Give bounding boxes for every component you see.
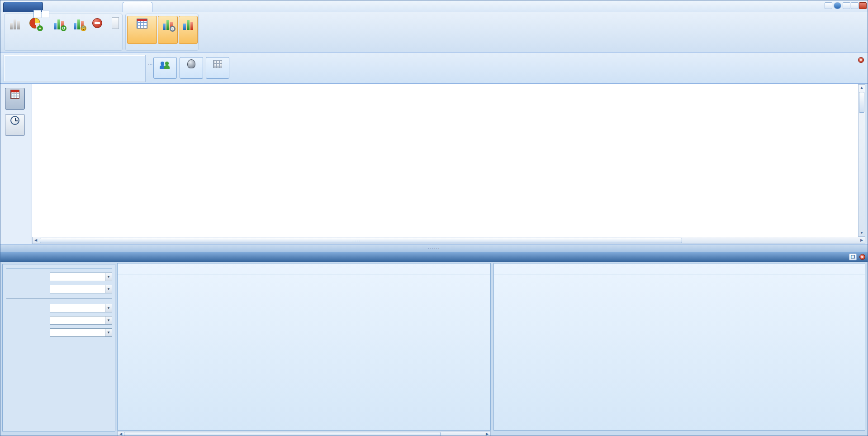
ribbon-tab-row [0,0,868,12]
tab-chart[interactable] [123,2,152,12]
close-view-icon[interactable]: ✕ [858,57,864,63]
scroll-left-icon[interactable]: ◀ [33,237,39,244]
date-button[interactable] [5,88,25,110]
tab-definition[interactable] [45,2,86,12]
station-field: ▼ [6,328,112,337]
clock-icon [10,116,19,125]
data-grid [32,84,858,244]
group-edit-charts: + ↺ 🔒 [4,14,123,51]
station-button[interactable] [180,57,203,79]
scroll-up-icon[interactable]: ▲ [859,85,865,91]
scroll-down-icon[interactable]: ▼ [859,230,865,236]
reset-chart-button[interactable]: ↺ [48,16,70,44]
chevron-down-icon[interactable]: ▼ [105,285,112,293]
time-button[interactable] [5,114,25,136]
line-chart-panel [493,263,865,431]
fix-button[interactable]: 🔒 [71,16,87,44]
chevron-down-icon[interactable]: ▼ [105,329,112,336]
delete-icon [91,17,104,30]
chart-hscroll-thumb[interactable] [124,432,441,436]
hscroll-thumb[interactable]: ∙∙∙∙ [40,238,682,243]
delete-button[interactable] [88,16,108,44]
chart-definition-titlebar: ❐ ✕ [0,252,868,262]
create-chart-icon: + [28,17,42,30]
tab-table[interactable] [88,2,121,12]
table-sidebar [0,84,32,244]
ribbon-toolbar: + ↺ 🔒 [0,12,868,53]
xaxis-dropdown[interactable]: ▼ [50,285,112,293]
scaling-icon [109,17,122,30]
page-button-2[interactable] [42,10,49,18]
show-toolbar-icon [135,17,149,31]
tab-system[interactable] [203,2,236,12]
tab-program-grid[interactable] [154,2,201,12]
new-button [6,16,24,44]
display-panel-icon: ⚙ [161,17,175,31]
vscroll-thumb[interactable] [859,92,864,113]
level-box [4,55,145,81]
settings-panel: ▼ ▼ ▼ ▼ ▼ [2,264,115,431]
minimize-button[interactable] [843,2,850,9]
close-panel-icon[interactable]: ✕ [859,254,865,260]
panel-grip[interactable]: ⋮ [148,62,153,68]
chevron-down-icon[interactable]: ▼ [105,273,112,281]
page-button-1[interactable] [33,10,41,18]
group-display: ⚙ [125,14,199,51]
bar-chart-panel [117,263,491,431]
target-people-icon [159,58,171,70]
bar-chart [118,274,489,430]
level-strip: ⋮ ✕ [0,53,868,84]
settings-title [6,267,112,268]
display-charts-icon [181,17,195,31]
date-field: ▼ [6,303,112,313]
facts-calculator-icon [212,58,223,70]
bar-chart-toolbar [118,264,490,274]
divider [6,298,112,299]
new-chart-icon [8,17,22,30]
scroll-right-icon[interactable]: ▶ [484,431,490,436]
display-charts-button[interactable] [179,16,198,44]
scroll-right-icon[interactable]: ▶ [859,237,865,244]
station-dropdown[interactable]: ▼ [50,328,112,337]
chart-definition-body: ▼ ▼ ▼ ▼ ▼ [0,262,868,436]
grid-hscrollbar[interactable]: ◀ ∙∙∙∙ ▶ [32,237,865,244]
display-panel-button[interactable]: ⚙ [158,16,178,44]
station-dish-icon [185,58,197,70]
scroll-left-icon[interactable]: ◀ [118,431,124,436]
fact-field: ▼ [6,272,112,282]
xaxis-field: ▼ [6,284,112,294]
show-toolbar-button[interactable] [127,16,157,44]
fact-dropdown[interactable]: ▼ [50,273,112,281]
chevron-down-icon[interactable]: ▼ [105,304,112,312]
application-window: + ↺ 🔒 [0,0,868,436]
grid-vscrollbar[interactable]: ▲ ▼ [858,84,865,237]
target-field: ▼ [6,316,112,325]
maximize-button[interactable] [851,2,859,9]
help-icon[interactable] [834,2,841,9]
line-chart [494,274,864,430]
line-chart-toolbar [494,264,865,274]
reset-chart-icon: ↺ [52,17,66,30]
scaling-button [109,16,122,44]
target-button[interactable] [153,57,177,79]
calendar-icon [10,90,19,99]
settings-groupbox: ▼ ▼ ▼ ▼ ▼ [6,267,112,340]
close-button[interactable] [859,2,867,9]
create-chart-button[interactable]: + [24,16,46,44]
fix-lock-icon: 🔒 [72,17,85,30]
chart-hscrollbar[interactable]: ◀ ▶ [117,431,491,436]
date-dropdown[interactable]: ▼ [50,304,112,312]
expand-panel-icon[interactable]: ❐ [849,254,857,260]
chevron-down-icon[interactable]: ▼ [105,316,112,324]
target-dropdown[interactable]: ▼ [50,316,112,325]
horizontal-splitter[interactable]: ∙∙∙∙∙∙ [0,244,868,252]
facts-button[interactable] [206,57,229,79]
collapse-ribbon-icon[interactable] [825,2,832,9]
